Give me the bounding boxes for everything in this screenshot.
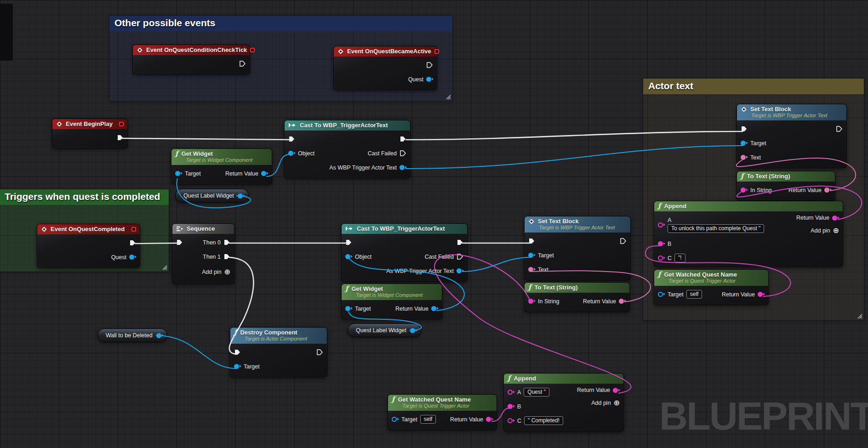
function-icon: ƒ [528, 284, 531, 291]
object-pin-icon[interactable] [238, 193, 243, 198]
pin-c[interactable]: C" Completed! [508, 416, 563, 425]
pin-a[interactable]: AQuest " [508, 388, 549, 397]
comment-resize-handle[interactable] [856, 312, 862, 319]
node-title: Event OnQuestConditionCheckTick [146, 46, 247, 53]
exec-in-pin[interactable] [741, 125, 748, 132]
text-in-pin[interactable]: Text [741, 154, 761, 161]
function-icon: ƒ [392, 396, 394, 403]
then0-pin[interactable]: Then 0 [203, 239, 230, 246]
exec-in-pin[interactable] [288, 136, 295, 142]
exec-out-pin[interactable] [239, 60, 246, 67]
cast-failed-pin[interactable]: Cast Failed [425, 253, 463, 260]
node-get-widget-bottom[interactable]: ƒGet Widget Target is Widget Component T… [341, 284, 442, 319]
exec-in-pin[interactable] [176, 239, 183, 246]
pin-b[interactable]: B [508, 403, 521, 410]
node-cast-top[interactable]: Cast To WBP_TriggerActorText Object Cast… [284, 120, 411, 178]
object-pin-icon [392, 417, 397, 422]
exec-out-pin[interactable] [117, 134, 124, 141]
return-value-pin[interactable]: Return Value [796, 215, 839, 221]
quest-out-pin[interactable]: Quest [111, 254, 136, 261]
node-to-text-right[interactable]: ƒTo Text (String) In String Return Value [737, 171, 835, 201]
return-value-pin[interactable]: Return Value [788, 187, 831, 193]
delegate-pin[interactable] [131, 227, 136, 232]
exec-out-pin[interactable] [457, 239, 463, 246]
target-in-pin[interactable]: Target [175, 170, 201, 177]
pin-a-value-field[interactable]: Quest " [524, 388, 549, 397]
as-wbp-out-pin[interactable]: As WBP Trigger Actor Text [386, 268, 463, 274]
pin-a[interactable]: ATo unlock this path complete Quest " [658, 217, 764, 233]
node-destroy-component[interactable]: ƒDestroy Component Target is Actor Compo… [230, 327, 327, 377]
exec-out-pin[interactable] [620, 238, 627, 244]
node-title: Cast To WBP_TriggerActorText [357, 225, 445, 232]
node-get-watched-quest-name-right[interactable]: ƒGet Watched Quest Name Target is Quest … [654, 269, 769, 305]
exec-in-pin[interactable] [345, 239, 352, 246]
node-to-text-mid[interactable]: ƒTo Text (String) In String Return Value [524, 282, 630, 312]
target-in-pin[interactable]: Target [741, 140, 766, 147]
target-self-field[interactable]: self [420, 415, 436, 424]
node-set-text-block-mid[interactable]: Set Text Block Target is WBP Trigger Act… [524, 216, 631, 280]
return-value-pin[interactable]: Return Value [225, 170, 268, 177]
return-value-pin[interactable]: Return Value [577, 387, 620, 393]
return-value-pin[interactable]: Return Value [395, 306, 438, 312]
delegate-pin[interactable] [434, 49, 439, 54]
target-in-pin[interactable]: Target [345, 306, 371, 312]
pin-c[interactable]: C"! [658, 254, 685, 262]
node-append-bottom[interactable]: ƒAppend AQuest " B C" Completed! Return … [503, 373, 624, 432]
in-string-pin[interactable]: In String [741, 187, 772, 193]
delegate-pin[interactable] [119, 122, 124, 126]
return-value-pin[interactable]: Return Value [450, 416, 493, 423]
object-pin-icon[interactable] [410, 328, 415, 333]
exec-in-pin[interactable] [234, 349, 241, 356]
node-get-widget-top[interactable]: ƒGet Widget Target is Widget Component T… [171, 148, 272, 184]
object-in-pin[interactable]: Object [345, 254, 371, 260]
text-in-pin[interactable]: Text [528, 267, 548, 273]
return-value-pin[interactable]: Return Value [583, 298, 626, 305]
exec-in-pin[interactable] [528, 238, 535, 244]
pin-b[interactable]: B [658, 241, 671, 247]
node-cast-mid[interactable]: Cast To WBP_TriggerActorText Object Cast… [341, 223, 468, 282]
pill-wall-to-be-deleted[interactable]: Wall to be Deleted [97, 329, 167, 342]
quest-out-pin[interactable]: Quest [408, 76, 433, 83]
node-get-watched-quest-name-bottom[interactable]: ƒGet Watched Quest Name Target is Quest … [388, 394, 497, 430]
add-pin-button[interactable]: Add pin⊕ [811, 227, 839, 234]
exec-out-pin[interactable] [316, 349, 323, 356]
pin-a-value-field[interactable]: To unlock this path complete Quest " [668, 224, 764, 233]
add-pin-button[interactable]: Add pin⊕ [591, 399, 620, 407]
pill-label: Wall to be Deleted [106, 332, 153, 339]
node-event-onquestbecameactive[interactable]: Event OnQuestBecameActive Quest [333, 46, 437, 90]
then1-pin[interactable]: Then 1 [203, 253, 230, 260]
node-event-beginplay[interactable]: Event BeginPlay [52, 119, 128, 148]
target-in-pin[interactable]: Target [234, 363, 260, 370]
node-sequence[interactable]: Sequence Then 0 Then 1 Add pin⊕ [172, 223, 234, 284]
exec-out-pin[interactable] [426, 62, 433, 68]
target-in-pin[interactable]: Targetself [658, 290, 702, 299]
add-pin-button[interactable]: Add pin⊕ [202, 268, 230, 276]
node-set-text-block-right[interactable]: Set Text Block Target is WBP Trigger Act… [737, 104, 847, 168]
object-pin-icon[interactable] [156, 333, 161, 338]
comment-resize-handle[interactable] [161, 264, 167, 270]
pin-c-value-field[interactable]: " Completed! [524, 416, 563, 425]
pill-quest-label-widget-top[interactable]: Quest Label Widget [175, 189, 249, 203]
node-event-onquestcompleted[interactable]: Event OnQuestCompleted Quest [37, 224, 140, 268]
blueprint-graph-canvas[interactable]: BLUEPRINT Other possible events Triggers… [0, 0, 868, 448]
string-pin-icon [658, 241, 663, 246]
in-string-pin[interactable]: In String [528, 298, 560, 305]
exec-out-pin[interactable] [836, 125, 843, 132]
return-value-pin[interactable]: Return Value [722, 291, 765, 298]
settext-icon [741, 107, 746, 112]
pill-quest-label-widget-bottom[interactable]: Quest Label Widget [348, 323, 421, 337]
exec-out-pin[interactable] [129, 239, 136, 246]
node-append-right[interactable]: ƒAppend ATo unlock this path complete Qu… [654, 201, 843, 267]
delegate-pin[interactable] [250, 48, 255, 52]
cast-failed-pin[interactable]: Cast Failed [368, 150, 406, 157]
object-in-pin[interactable]: Object [288, 150, 314, 157]
exec-out-pin[interactable] [400, 136, 406, 142]
comment-resize-handle[interactable] [445, 93, 451, 100]
target-in-pin[interactable]: Target [528, 252, 554, 259]
node-event-onquestconditionchecktick[interactable]: Event OnQuestConditionCheckTick [132, 45, 250, 74]
pin-c-value-field[interactable]: "! [674, 254, 685, 262]
target-self-field[interactable]: self [686, 290, 702, 299]
object-pin-icon [234, 364, 239, 369]
target-in-pin[interactable]: Targetself [392, 415, 436, 424]
as-wbp-out-pin[interactable]: As WBP Trigger Actor Text [329, 164, 406, 171]
